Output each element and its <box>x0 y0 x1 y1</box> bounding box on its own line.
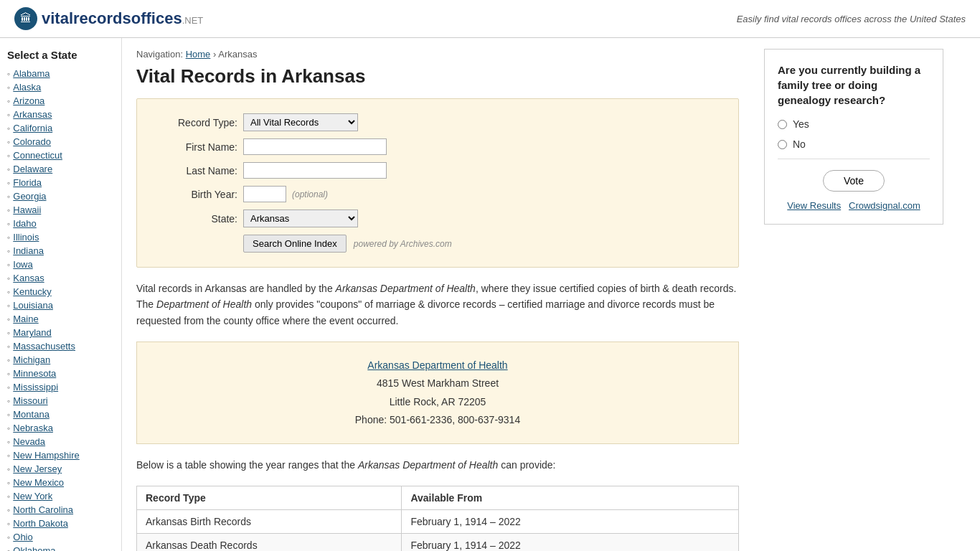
vote-button[interactable]: Vote <box>823 170 885 192</box>
desc-text1: Vital records in Arkansas are handled by… <box>136 283 336 294</box>
sidebar-item[interactable]: North Dakota <box>7 517 114 530</box>
state-link[interactable]: Alaska <box>13 82 41 93</box>
state-link[interactable]: Colorado <box>13 136 51 147</box>
sidebar-item[interactable]: Georgia <box>7 189 114 203</box>
sidebar-item[interactable]: Arizona <box>7 94 114 108</box>
sidebar-item[interactable]: Maryland <box>7 326 114 339</box>
state-link[interactable]: Iowa <box>13 259 32 270</box>
sidebar-item[interactable]: Montana <box>7 408 114 421</box>
state-link[interactable]: Arkansas <box>13 109 52 120</box>
table-intro: Below is a table showing the year ranges… <box>136 459 358 471</box>
state-link[interactable]: Maryland <box>13 327 51 338</box>
sidebar-item[interactable]: Oklahoma <box>7 544 114 551</box>
state-link[interactable]: Louisiana <box>13 300 53 311</box>
state-link[interactable]: New York <box>13 491 52 501</box>
poll-footer: View Results Crowdsignal.com <box>778 200 930 211</box>
address-phone: Phone: 501-661-2336, 800-637-9314 <box>151 411 724 429</box>
sidebar-item[interactable]: Mississippi <box>7 380 114 394</box>
sidebar-item[interactable]: Michigan <box>7 353 114 367</box>
state-link[interactable]: New Mexico <box>13 477 64 488</box>
main-content: Navigation: Home › Arkansas Vital Record… <box>122 38 753 551</box>
poll-option: Yes <box>778 118 930 130</box>
state-link[interactable]: Kentucky <box>13 286 51 297</box>
sidebar-item[interactable]: Louisiana <box>7 298 114 312</box>
sidebar: Select a State AlabamaAlaskaArizonaArkan… <box>0 38 122 551</box>
sidebar-item[interactable]: Illinois <box>7 230 114 244</box>
state-link[interactable]: Indiana <box>13 245 44 256</box>
state-link[interactable]: New Jersey <box>13 463 62 474</box>
breadcrumb-separator: › <box>213 49 216 60</box>
sidebar-item[interactable]: Minnesota <box>7 367 114 380</box>
search-button[interactable]: Search Online Index <box>243 235 347 253</box>
sidebar-item[interactable]: Missouri <box>7 394 114 408</box>
sidebar-item[interactable]: Connecticut <box>7 149 114 162</box>
breadcrumb-home[interactable]: Home <box>186 49 211 60</box>
sidebar-item[interactable]: New Mexico <box>7 476 114 489</box>
birth-year-label: Birth Year: <box>159 189 237 200</box>
sidebar-item[interactable]: Kansas <box>7 271 114 285</box>
state-link[interactable]: California <box>13 123 52 133</box>
state-link[interactable]: New Hampshire <box>13 450 79 461</box>
state-link[interactable]: Massachusetts <box>13 341 75 352</box>
poll-radio[interactable] <box>778 140 787 149</box>
sidebar-item[interactable]: Kentucky <box>7 285 114 298</box>
state-link[interactable]: Delaware <box>13 164 52 174</box>
logo-text-container: vitalrecordsoffices.NET <box>42 9 203 28</box>
state-link[interactable]: Montana <box>13 409 50 420</box>
sidebar-item[interactable]: Arkansas <box>7 108 114 121</box>
state-link[interactable]: Illinois <box>13 232 39 242</box>
view-results-link[interactable]: View Results <box>787 200 841 211</box>
powered-by-label: powered by Archives.com <box>354 239 452 249</box>
last-name-input[interactable] <box>243 162 387 179</box>
state-link[interactable]: Florida <box>13 177 42 188</box>
sidebar-item[interactable]: North Carolina <box>7 503 114 517</box>
poll-radio[interactable] <box>778 120 787 129</box>
state-link[interactable]: North Dakota <box>13 518 68 529</box>
table-row: Arkansas Birth RecordsFebruary 1, 1914 –… <box>137 510 739 534</box>
state-link[interactable]: North Carolina <box>13 504 73 515</box>
state-link[interactable]: Michigan <box>13 354 50 365</box>
state-link[interactable]: Nevada <box>13 436 45 447</box>
sidebar-item[interactable]: Maine <box>7 312 114 326</box>
record-type-select[interactable]: All Vital RecordsBirth RecordsDeath Reco… <box>243 113 358 131</box>
sidebar-item[interactable]: Ohio <box>7 530 114 544</box>
dept-link[interactable]: Arkansas Department of Health <box>367 359 507 371</box>
sidebar-item[interactable]: Nevada <box>7 435 114 448</box>
sidebar-item[interactable]: Alabama <box>7 67 114 80</box>
sidebar-item[interactable]: Colorado <box>7 135 114 149</box>
state-link[interactable]: Oklahoma <box>13 545 55 551</box>
state-link[interactable]: Kansas <box>13 273 44 283</box>
state-link[interactable]: Nebraska <box>13 423 53 433</box>
sidebar-item[interactable]: Idaho <box>7 217 114 230</box>
sidebar-item[interactable]: Alaska <box>7 80 114 94</box>
state-link[interactable]: Connecticut <box>13 150 62 161</box>
state-link[interactable]: Arizona <box>13 95 44 106</box>
crowdsignal-link[interactable]: Crowdsignal.com <box>849 200 920 211</box>
state-link[interactable]: Maine <box>13 314 38 324</box>
sidebar-item[interactable]: Iowa <box>7 258 114 271</box>
search-btn-row: Search Online Index powered by Archives.… <box>243 235 717 253</box>
sidebar-item[interactable]: California <box>7 121 114 135</box>
sidebar-item[interactable]: New York <box>7 489 114 503</box>
desc-dept-name: Arkansas Department of Health <box>336 283 476 294</box>
state-link[interactable]: Ohio <box>13 532 32 542</box>
first-name-input[interactable] <box>243 138 387 155</box>
state-link[interactable]: Alabama <box>13 68 50 79</box>
state-link[interactable]: Minnesota <box>13 368 56 379</box>
birth-year-input[interactable] <box>243 186 286 202</box>
sidebar-item[interactable]: New Jersey <box>7 462 114 476</box>
sidebar-item[interactable]: Massachusetts <box>7 339 114 353</box>
sidebar-item[interactable]: Delaware <box>7 162 114 176</box>
sidebar-item[interactable]: Indiana <box>7 244 114 258</box>
sidebar-item[interactable]: Hawaii <box>7 203 114 217</box>
state-link[interactable]: Idaho <box>13 218 37 229</box>
sidebar-item[interactable]: Nebraska <box>7 421 114 435</box>
state-select[interactable]: ArkansasAlabamaAlaskaArizonaCaliforniaCo… <box>243 209 358 227</box>
sidebar-item[interactable]: New Hampshire <box>7 448 114 462</box>
state-link[interactable]: Mississippi <box>13 382 58 392</box>
state-link[interactable]: Hawaii <box>13 204 41 215</box>
state-link[interactable]: Georgia <box>13 191 46 202</box>
state-link[interactable]: Missouri <box>13 395 47 406</box>
sidebar-item[interactable]: Florida <box>7 176 114 189</box>
desc-dept-name2: Department of Health <box>156 298 252 310</box>
